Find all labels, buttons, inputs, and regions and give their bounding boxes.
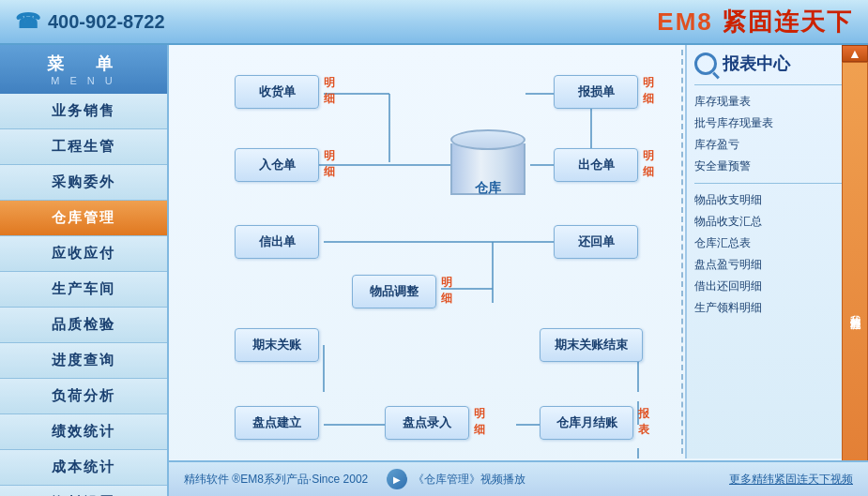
- node-chuguo[interactable]: 出仓单: [554, 148, 638, 182]
- report-item-7[interactable]: 仓库汇总表: [694, 233, 860, 254]
- node-pandian-enter[interactable]: 盘点录入: [385, 406, 469, 440]
- menu-title-en: M E N U: [0, 75, 167, 86]
- node-wupin[interactable]: 物品调整: [352, 275, 436, 308]
- app-title: EM8 紧固连天下: [657, 6, 853, 38]
- content-area: 收货单 明细 入仓单 明细 仓库 报损单 明细 出仓单 明细 信出单: [169, 45, 868, 496]
- my-workflow-btn[interactable]: 我的流程: [842, 62, 868, 496]
- report-item-5[interactable]: 物品收支明细: [694, 189, 860, 211]
- detail-baosun: 明细: [643, 75, 654, 107]
- footer: 精纬软件 ®EM8系列产品·Since 2002 ▶ 《仓库管理》视频播放 更多…: [169, 460, 868, 496]
- report-item-4[interactable]: 安全量预警: [694, 156, 860, 177]
- title-prefix: EM8: [657, 8, 722, 36]
- right-nav: ▲ 我的流程 错误报告 ▼: [842, 45, 868, 458]
- search-icon: [694, 53, 717, 75]
- report-item-1[interactable]: 库存现量表: [694, 91, 860, 113]
- phone-number: 400-902-8722: [48, 11, 165, 33]
- sidebar: 菜 单 M E N U 业务销售 工程生管 采购委外 仓库管理 应收应付 生产车…: [0, 45, 169, 496]
- sidebar-item-cost[interactable]: 成本统计: [0, 450, 167, 486]
- detail-chuguo: 明细: [643, 148, 654, 180]
- sidebar-item-load[interactable]: 负荷分析: [0, 379, 167, 414]
- detail-wupin: 明细: [441, 275, 452, 307]
- node-xindai[interactable]: 信出单: [235, 225, 319, 259]
- report-title-row: 报表中心: [694, 53, 860, 75]
- sidebar-item-production[interactable]: 生产车间: [0, 272, 167, 308]
- sidebar-item-sales[interactable]: 业务销售: [0, 94, 167, 129]
- node-ruguo[interactable]: 入仓单: [235, 148, 319, 182]
- sidebar-item-performance[interactable]: 绩效统计: [0, 414, 167, 450]
- report-panel: 报表中心 库存现量表 批号库存现量表 库存盈亏 安全量预警 物品收支明细 物品收…: [685, 45, 868, 458]
- my-workflow-label: 我的流程: [842, 62, 868, 496]
- play-button[interactable]: ▶: [387, 469, 407, 489]
- panel-separator: [681, 50, 683, 454]
- detail-pandian: 明细: [474, 406, 485, 438]
- detail-shouhuo: 明细: [324, 75, 335, 107]
- node-qimoguzhang[interactable]: 期末关账: [235, 328, 319, 362]
- node-baosun[interactable]: 报损单: [554, 75, 638, 109]
- sidebar-item-quality[interactable]: 品质检验: [0, 308, 167, 343]
- sidebar-item-progress[interactable]: 进度查询: [0, 343, 167, 379]
- report-item-6[interactable]: 物品收支汇总: [694, 211, 860, 233]
- warehouse-label: 仓库: [450, 180, 525, 197]
- sidebar-item-receivable[interactable]: 应收应付: [0, 236, 167, 272]
- detail-monthly: 报表: [638, 406, 649, 438]
- main-layout: 菜 单 M E N U 业务销售 工程生管 采购委外 仓库管理 应收应付 生产车…: [0, 45, 868, 496]
- footer-copyright: 精纬软件 ®EM8系列产品·Since 2002: [184, 472, 368, 488]
- node-cangku-monthly[interactable]: 仓库月结账: [540, 406, 633, 440]
- node-qimo-end[interactable]: 期末关账结束: [540, 328, 643, 362]
- cylinder-top: [450, 129, 525, 150]
- node-shouhuo[interactable]: 收货单: [235, 75, 319, 109]
- sidebar-item-warehouse[interactable]: 仓库管理: [0, 201, 167, 236]
- video-text: 《仓库管理》视频播放: [413, 472, 525, 488]
- report-divider: [694, 84, 860, 85]
- report-item-3[interactable]: 库存盈亏: [694, 134, 860, 156]
- warehouse-cylinder: 仓库: [450, 129, 525, 195]
- sidebar-item-purchase[interactable]: 采购委外: [0, 165, 167, 201]
- header: ☎ 400-902-8722 EM8 紧固连天下: [0, 0, 868, 45]
- node-huiguo[interactable]: 还回单: [554, 225, 638, 259]
- sidebar-item-settings[interactable]: 资料设置: [0, 486, 167, 496]
- report-title-text: 报表中心: [723, 53, 790, 75]
- report-item-10[interactable]: 生产领料明细: [694, 297, 860, 319]
- report-item-2[interactable]: 批号库存现量表: [694, 113, 860, 134]
- detail-ruguo: 明细: [324, 148, 335, 180]
- phone-icon: ☎: [15, 9, 40, 34]
- more-video-link[interactable]: 更多精纬紧固连天下视频: [729, 472, 853, 488]
- phone-display: ☎ 400-902-8722: [15, 9, 165, 34]
- report-item-9[interactable]: 借出还回明细: [694, 276, 860, 297]
- menu-title-cn: 菜 单: [0, 53, 167, 75]
- sidebar-item-engineering[interactable]: 工程生管: [0, 129, 167, 165]
- flowchart-area: 收货单 明细 入仓单 明细 仓库 报损单 明细 出仓单 明细 信出单: [178, 54, 680, 458]
- title-suffix: 紧固连天下: [722, 8, 853, 36]
- node-pandian-create[interactable]: 盘点建立: [235, 406, 319, 440]
- report-divider-2: [694, 183, 860, 184]
- scroll-up-btn[interactable]: ▲: [842, 45, 868, 62]
- report-item-8[interactable]: 盘点盈亏明细: [694, 254, 860, 276]
- footer-video[interactable]: ▶ 《仓库管理》视频播放: [387, 469, 525, 489]
- menu-header: 菜 单 M E N U: [0, 45, 167, 94]
